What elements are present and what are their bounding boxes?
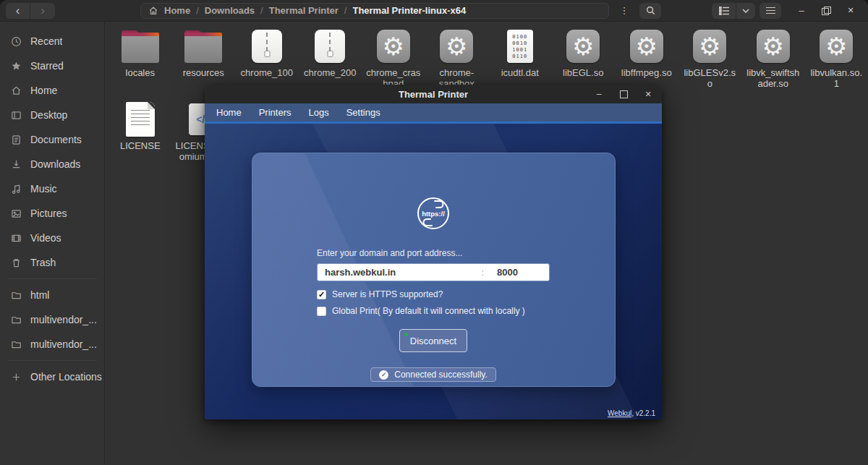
menu-settings[interactable]: Settings bbox=[339, 105, 388, 120]
archive-icon bbox=[252, 30, 282, 63]
file-item-license[interactable]: LICENSE bbox=[109, 101, 172, 162]
desktop-icon bbox=[11, 110, 22, 121]
sidebar-item-home[interactable]: Home bbox=[0, 78, 104, 103]
archive-icon bbox=[315, 30, 345, 63]
text-document-icon bbox=[126, 102, 155, 137]
sidebar-item-videos[interactable]: Videos bbox=[0, 226, 104, 250]
connection-status-badge: Connected successfully. bbox=[370, 367, 496, 382]
https-globe-icon: https:// bbox=[415, 195, 451, 231]
folder-icon bbox=[11, 290, 22, 301]
sidebar-item-label: Music bbox=[30, 183, 57, 195]
sidebar-item-desktop[interactable]: Desktop bbox=[0, 103, 104, 127]
folder-icon bbox=[184, 34, 222, 63]
connection-panel: https:// Enter your domain and port addr… bbox=[252, 153, 616, 387]
trash-icon bbox=[11, 257, 22, 268]
window-footer: Webkul, v2.2.1 bbox=[608, 409, 655, 417]
file-item-chrome-100[interactable]: chrome_100 bbox=[235, 27, 299, 89]
minimize-button[interactable] bbox=[594, 89, 604, 99]
chevron-down-icon bbox=[742, 9, 749, 13]
download-icon bbox=[11, 159, 22, 170]
file-item-chrome-sandbox[interactable]: ⚙ chrome-sandbox bbox=[425, 27, 489, 89]
kebab-icon: ⋮ bbox=[620, 5, 629, 16]
folder-menu-button[interactable]: ⋮ bbox=[613, 3, 635, 19]
folder-icon bbox=[11, 339, 22, 350]
file-item-chrome-crashpad[interactable]: ⚙ chrome_crashpad bbox=[362, 27, 425, 89]
executable-gear-icon: ⚙ bbox=[820, 30, 853, 63]
file-item-libvulkan-so-1[interactable]: ⚙ libvulkan.so.1 bbox=[805, 27, 868, 89]
sidebar-item-downloads[interactable]: Downloads bbox=[0, 152, 104, 176]
restore-button[interactable] bbox=[820, 5, 832, 17]
file-item-libvk-swiftshader-so[interactable]: ⚙ libvk_swiftshader.so bbox=[741, 27, 805, 89]
executable-gear-icon: ⚙ bbox=[377, 30, 410, 63]
breadcrumb-current-folder[interactable]: Thermal Printer-linux-x64 bbox=[352, 5, 466, 16]
file-item-libffmpeg-so[interactable]: ⚙ libffmpeg.so bbox=[615, 27, 678, 89]
menu-printers[interactable]: Printers bbox=[252, 105, 299, 120]
thermal-printer-window-controls bbox=[594, 85, 653, 103]
view-toggle-group bbox=[712, 3, 755, 19]
places-sidebar: Recent Starred Home Desktop Documents Do… bbox=[0, 22, 105, 465]
menu-logs[interactable]: Logs bbox=[301, 105, 336, 120]
clock-icon bbox=[11, 36, 22, 47]
plus-icon bbox=[11, 372, 22, 383]
checkbox-unchecked-icon[interactable] bbox=[317, 307, 326, 316]
domain-input[interactable] bbox=[318, 267, 480, 278]
sidebar-item-music[interactable]: Music bbox=[0, 176, 104, 201]
forward-button[interactable]: › bbox=[30, 3, 55, 19]
executable-gear-icon: ⚙ bbox=[566, 30, 600, 63]
breadcrumb-separator: / bbox=[344, 5, 347, 16]
breadcrumb-home[interactable]: Home bbox=[164, 5, 190, 16]
file-item-icudtl-dat[interactable]: 0100001010010110 icudtl.dat bbox=[488, 27, 552, 89]
sidebar-item-multivendor-1[interactable]: multivendor_... bbox=[0, 307, 104, 332]
sidebar-item-starred[interactable]: Starred bbox=[0, 54, 104, 78]
file-name: LICENSE bbox=[120, 140, 161, 151]
https-supported-checkbox-row[interactable]: Server is HTTPS supported? bbox=[317, 289, 550, 299]
sidebar-item-label: Downloads bbox=[30, 158, 80, 170]
file-name: libvulkan.so.1 bbox=[808, 67, 864, 89]
view-options-button[interactable] bbox=[736, 3, 755, 19]
breadcrumb-thermal-printer[interactable]: Thermal Printer bbox=[269, 5, 339, 16]
sidebar-item-trash[interactable]: Trash bbox=[0, 250, 104, 275]
file-item-libegl-so[interactable]: ⚙ libEGL.so bbox=[552, 27, 616, 89]
breadcrumb-downloads[interactable]: Downloads bbox=[205, 5, 255, 16]
sidebar-item-pictures[interactable]: Pictures bbox=[0, 201, 104, 226]
address-input-row: : bbox=[317, 263, 550, 281]
thermal-printer-menubar: Home Printers Logs Settings bbox=[205, 103, 662, 121]
sidebar-item-label: Recent bbox=[30, 35, 62, 47]
sidebar-item-documents[interactable]: Documents bbox=[0, 127, 104, 152]
file-item-resources[interactable]: resources bbox=[172, 27, 236, 89]
home-icon bbox=[11, 85, 22, 96]
breadcrumb-separator: / bbox=[196, 5, 199, 16]
file-item-locales[interactable]: locales bbox=[109, 27, 172, 89]
executable-gear-icon: ⚙ bbox=[757, 30, 790, 63]
global-print-checkbox-row[interactable]: Global Print( By default it will connect… bbox=[317, 306, 550, 316]
disconnect-button[interactable]: Disconnect bbox=[399, 329, 467, 352]
list-view-button[interactable] bbox=[712, 3, 736, 19]
executable-gear-icon: ⚙ bbox=[693, 30, 726, 63]
menu-home[interactable]: Home bbox=[209, 105, 249, 120]
app-menu-button[interactable] bbox=[760, 3, 781, 19]
webkul-link[interactable]: Webkul bbox=[608, 409, 631, 417]
minimize-button[interactable] bbox=[796, 5, 807, 17]
checkbox-checked-icon[interactable] bbox=[317, 290, 326, 299]
close-button[interactable] bbox=[845, 5, 856, 17]
maximize-button[interactable] bbox=[618, 89, 629, 99]
back-button[interactable]: ‹ bbox=[6, 3, 30, 19]
thermal-printer-content: https:// Enter your domain and port addr… bbox=[205, 124, 662, 419]
sidebar-item-multivendor-2[interactable]: multivendor_... bbox=[0, 332, 104, 357]
https-supported-label: Server is HTTPS supported? bbox=[332, 289, 443, 299]
sidebar-item-other-locations[interactable]: Other Locations bbox=[0, 364, 104, 389]
sidebar-item-recent[interactable]: Recent bbox=[0, 29, 104, 54]
back-chevron-icon: ‹ bbox=[16, 4, 20, 17]
file-item-libglesv2-so[interactable]: ⚙ libGLESv2.so bbox=[678, 27, 742, 89]
file-name: libGLESv2.so bbox=[681, 67, 738, 89]
sidebar-item-html[interactable]: html bbox=[0, 283, 104, 307]
file-item-chrome-200[interactable]: chrome_200 bbox=[299, 27, 362, 89]
sidebar-item-label: Home bbox=[30, 85, 57, 96]
file-name: resources bbox=[183, 67, 224, 78]
close-button[interactable] bbox=[643, 89, 653, 99]
thermal-printer-titlebar[interactable]: Thermal Printer bbox=[205, 85, 662, 103]
port-input[interactable] bbox=[485, 267, 549, 278]
desktop-screen: ‹ › Home / Downloads / Thermal Printer /… bbox=[0, 0, 868, 465]
version-text: , v2.2.1 bbox=[631, 409, 655, 417]
search-button[interactable] bbox=[639, 3, 661, 19]
